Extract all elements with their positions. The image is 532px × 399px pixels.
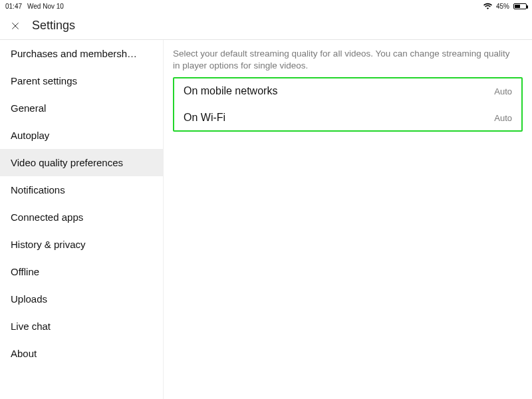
sidebar-item-general[interactable]: General [0,94,163,122]
page-title: Settings [32,19,75,33]
sidebar-item-autoplay[interactable]: Autoplay [0,122,163,149]
row-value: Auto [494,113,512,123]
sidebar-item-purchases[interactable]: Purchases and membersh… [0,40,163,67]
sidebar-item-history-privacy[interactable]: History & privacy [0,231,163,258]
row-label: On Wi-Fi [184,112,225,124]
close-icon[interactable] [9,20,21,32]
sidebar-item-connected-apps[interactable]: Connected apps [0,203,163,231]
battery-icon [513,3,527,9]
wifi-icon [483,3,492,9]
sidebar: Purchases and membersh… Parent settings … [0,40,164,399]
status-date: Wed Nov 10 [27,3,64,10]
sidebar-item-parent-settings[interactable]: Parent settings [0,67,163,94]
row-value: Auto [494,86,512,96]
sidebar-item-offline[interactable]: Offline [0,258,163,285]
content-description: Select your default streaming quality fo… [173,48,523,72]
highlight-box: On mobile networks Auto On Wi-Fi Auto [173,77,523,132]
sidebar-item-video-quality[interactable]: Video quality preferences [0,149,163,176]
status-bar: 01:47 Wed Nov 10 45% [0,0,532,12]
sidebar-item-notifications[interactable]: Notifications [0,176,163,203]
content-pane: Select your default streaming quality fo… [164,40,532,399]
battery-percent: 45% [496,3,509,10]
row-label: On mobile networks [184,85,277,97]
header: Settings [0,12,532,40]
row-mobile-networks[interactable]: On mobile networks Auto [174,78,521,104]
sidebar-item-about[interactable]: About [0,340,163,367]
sidebar-item-uploads[interactable]: Uploads [0,285,163,313]
sidebar-item-live-chat[interactable]: Live chat [0,313,163,340]
row-wifi[interactable]: On Wi-Fi Auto [174,105,521,130]
status-time: 01:47 [5,3,22,10]
